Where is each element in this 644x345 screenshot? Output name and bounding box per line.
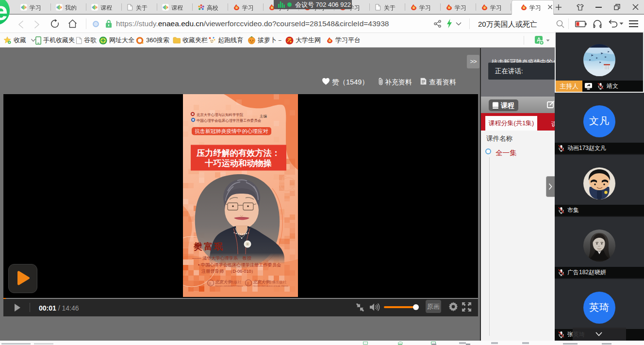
- svg-text:北京大学心理与认知科学学院: 北京大学心理与认知科学学院: [197, 113, 244, 117]
- svg-text:注册督导师 （D-06-010）: 注册督导师 （D-06-010）: [201, 269, 256, 274]
- svg-text:北: 北: [209, 282, 212, 286]
- svg-text:中国心理学会临床心理学注册工作委员会: 中国心理学会临床心理学注册工作委员会: [197, 118, 262, 123]
- svg-text:十巧运动和动物操: 十巧运动和动物操: [204, 158, 272, 168]
- svg-text:—— 清华大学心理学系 教授: —— 清华大学心理学系 教授: [192, 256, 251, 261]
- svg-text:PEKING UNIVERSITY PRESS: PEKING UNIVERSITY PRESS: [215, 285, 243, 287]
- svg-text:e: e: [0, 0, 8, 25]
- svg-text:樊富珉: 樊富珉: [193, 242, 224, 251]
- svg-text:压力纾解的有效方法：: 压力纾解的有效方法：: [196, 148, 280, 158]
- svg-text:PEKING UNIV AUDIO-VISUAL PRESS: PEKING UNIV AUDIO-VISUAL PRESS: [253, 285, 288, 287]
- svg-text:出版社: 出版社: [231, 280, 242, 284]
- svg-text:音像出版社: 音像出版社: [268, 280, 287, 284]
- svg-text:北京大学: 北京大学: [252, 279, 270, 284]
- svg-text:北: 北: [247, 282, 250, 286]
- svg-text:北京大学: 北京大学: [215, 279, 232, 284]
- svg-text:抗击新冠肺炎疫情中的心理应对: 抗击新冠肺炎疫情中的心理应对: [195, 128, 268, 134]
- svg-text:• 中国心理学会临床心理学注册工作委员会: • 中国心理学会临床心理学注册工作委员会: [198, 263, 281, 267]
